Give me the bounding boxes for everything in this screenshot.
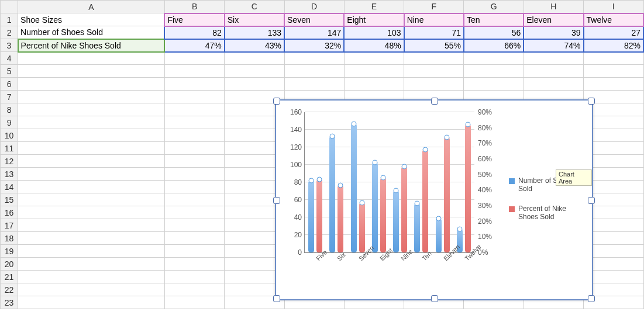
cell-I2[interactable]: 27 bbox=[584, 26, 643, 39]
cell[interactable] bbox=[164, 245, 224, 258]
cell[interactable] bbox=[18, 78, 165, 91]
cell[interactable] bbox=[524, 78, 583, 91]
cell-B1[interactable]: Five bbox=[164, 13, 224, 26]
resize-handle[interactable] bbox=[431, 295, 438, 302]
cell-A3[interactable]: Percent of Nike Shoes Sold bbox=[18, 39, 165, 52]
cell[interactable] bbox=[164, 129, 224, 142]
cell-F2[interactable]: 71 bbox=[404, 26, 464, 39]
cell[interactable] bbox=[18, 258, 165, 271]
row-header-15[interactable]: 15 bbox=[1, 193, 18, 206]
cell[interactable] bbox=[284, 78, 344, 91]
cell[interactable] bbox=[164, 271, 224, 283]
cell-A1[interactable]: Shoe Sizes bbox=[18, 13, 165, 26]
cell[interactable] bbox=[164, 142, 224, 155]
legend-entry-2[interactable]: Percent of Nike Shoes Sold bbox=[509, 205, 585, 221]
cell[interactable] bbox=[404, 65, 464, 78]
col-header-A[interactable]: A bbox=[18, 1, 165, 13]
row-header-10[interactable]: 10 bbox=[1, 129, 18, 142]
bar-percent-nike[interactable] bbox=[422, 150, 428, 252]
row-header-20[interactable]: 20 bbox=[1, 258, 18, 271]
bar-number-sold[interactable] bbox=[372, 162, 378, 253]
cell[interactable] bbox=[164, 206, 224, 219]
cell-B3[interactable]: 47% bbox=[164, 39, 224, 52]
cell[interactable] bbox=[18, 219, 165, 232]
row-header-5[interactable]: 5 bbox=[1, 65, 18, 78]
cell-H3[interactable]: 74% bbox=[524, 39, 583, 52]
col-header-B[interactable]: B bbox=[164, 1, 224, 13]
cell-E2[interactable]: 103 bbox=[344, 26, 404, 39]
row-header-6[interactable]: 6 bbox=[1, 78, 18, 91]
row-header-4[interactable]: 4 bbox=[1, 52, 18, 65]
cell[interactable] bbox=[584, 65, 643, 78]
cell-G3[interactable]: 66% bbox=[464, 39, 524, 52]
cell[interactable] bbox=[164, 296, 224, 309]
col-header-F[interactable]: F bbox=[404, 1, 464, 13]
resize-handle[interactable] bbox=[588, 295, 595, 302]
row-header-16[interactable]: 16 bbox=[1, 206, 18, 219]
bar-number-sold[interactable] bbox=[414, 203, 420, 252]
bar-number-sold[interactable] bbox=[308, 181, 314, 252]
cell[interactable] bbox=[18, 283, 165, 296]
row-header-13[interactable]: 13 bbox=[1, 168, 18, 181]
resize-handle[interactable] bbox=[273, 197, 280, 204]
col-header-G[interactable]: G bbox=[464, 1, 524, 13]
resize-handle[interactable] bbox=[273, 295, 280, 302]
cell[interactable] bbox=[284, 65, 344, 78]
cell[interactable] bbox=[524, 65, 583, 78]
bar-percent-nike[interactable] bbox=[380, 178, 386, 252]
cell-C2[interactable]: 133 bbox=[225, 26, 284, 39]
embedded-chart[interactable]: Number of Shoes Sold Percent of Nike Sho… bbox=[275, 99, 593, 300]
cell[interactable] bbox=[524, 52, 583, 65]
cell-D3[interactable]: 32% bbox=[284, 39, 344, 52]
cell[interactable] bbox=[18, 142, 165, 155]
cell[interactable] bbox=[164, 168, 224, 181]
row-header-18[interactable]: 18 bbox=[1, 232, 18, 245]
cell[interactable] bbox=[404, 52, 464, 65]
cell-G1[interactable]: Ten bbox=[464, 13, 524, 26]
bar-percent-nike[interactable] bbox=[401, 167, 407, 252]
cell-C1[interactable]: Six bbox=[225, 13, 284, 26]
cell-E1[interactable]: Eight bbox=[344, 13, 404, 26]
cell[interactable] bbox=[404, 78, 464, 91]
bar-number-sold[interactable] bbox=[351, 124, 357, 253]
row-header-14[interactable]: 14 bbox=[1, 181, 18, 193]
cell[interactable] bbox=[344, 65, 404, 78]
col-header-E[interactable]: E bbox=[344, 1, 404, 13]
cell[interactable] bbox=[225, 65, 284, 78]
row-header-8[interactable]: 8 bbox=[1, 103, 18, 116]
cell-F3[interactable]: 55% bbox=[404, 39, 464, 52]
cell-C3[interactable]: 43% bbox=[225, 39, 284, 52]
cell[interactable] bbox=[164, 65, 224, 78]
cell[interactable] bbox=[464, 52, 524, 65]
cell-G2[interactable]: 56 bbox=[464, 26, 524, 39]
cell[interactable] bbox=[18, 232, 165, 245]
cell[interactable] bbox=[164, 116, 224, 129]
cell[interactable] bbox=[344, 78, 404, 91]
row-header-19[interactable]: 19 bbox=[1, 245, 18, 258]
col-header-H[interactable]: H bbox=[524, 1, 583, 13]
bar-percent-nike[interactable] bbox=[359, 203, 365, 252]
cell[interactable] bbox=[164, 103, 224, 116]
resize-handle[interactable] bbox=[273, 98, 280, 105]
cell[interactable] bbox=[18, 65, 165, 78]
cell[interactable] bbox=[464, 65, 524, 78]
cell[interactable] bbox=[164, 232, 224, 245]
cell[interactable] bbox=[164, 155, 224, 168]
cell[interactable] bbox=[18, 271, 165, 283]
cell-H1[interactable]: Eleven bbox=[524, 13, 583, 26]
cell[interactable] bbox=[164, 78, 224, 91]
cell-A2[interactable]: Number of Shoes Sold bbox=[18, 26, 165, 39]
cell[interactable] bbox=[164, 219, 224, 232]
cell-I1[interactable]: Twelve bbox=[584, 13, 643, 26]
cell[interactable] bbox=[18, 103, 165, 116]
cell[interactable] bbox=[18, 116, 165, 129]
cell[interactable] bbox=[225, 78, 284, 91]
cell[interactable] bbox=[584, 78, 643, 91]
cell[interactable] bbox=[18, 129, 165, 142]
bar-percent-nike[interactable] bbox=[316, 179, 322, 252]
cell[interactable] bbox=[18, 91, 165, 103]
cell[interactable] bbox=[18, 181, 165, 193]
cell-E3[interactable]: 48% bbox=[344, 39, 404, 52]
cell-D2[interactable]: 147 bbox=[284, 26, 344, 39]
cell-I3[interactable]: 82% bbox=[584, 39, 643, 52]
